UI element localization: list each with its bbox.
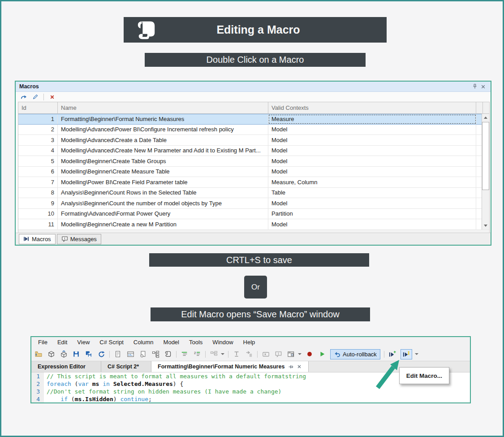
code-text: // This script is meant to format all me… <box>44 372 306 380</box>
cell-contexts: Model <box>268 167 476 177</box>
delete-x-icon[interactable] <box>48 93 56 100</box>
menu-item-column[interactable]: Column <box>129 339 159 346</box>
diagram-icon[interactable] <box>126 350 135 358</box>
open-model-icon[interactable] <box>59 350 68 358</box>
messages-icon <box>61 236 68 242</box>
edit-macro-tooltip: Edit Macro... <box>399 367 449 384</box>
line-number: 2 <box>31 380 44 388</box>
cell-id: 4 <box>18 146 58 156</box>
menu-item-tools[interactable]: Tools <box>184 339 207 346</box>
table-row[interactable]: 1Formatting\Beginner\Format Numeric Meas… <box>18 114 489 125</box>
tab-format-numeric-measures[interactable]: Formatting\Beginner\Format Numeric Measu… <box>151 361 309 372</box>
scroll-down-button[interactable] <box>482 222 489 229</box>
table-row[interactable]: 3Modelling\Advanced\Create a Date TableM… <box>18 135 489 146</box>
cell-id: 10 <box>18 209 58 219</box>
line-number: 3 <box>31 388 44 395</box>
menu-item-help[interactable]: Help <box>238 339 260 346</box>
code-text: if (ms.IsHidden) continue; <box>44 395 152 402</box>
menu-item-model[interactable]: Model <box>159 339 184 346</box>
run-arrow-icon[interactable] <box>19 93 27 100</box>
refresh-icon[interactable] <box>97 350 106 358</box>
tab-messages-label: Messages <box>70 236 97 242</box>
scrollbar-thumb[interactable] <box>482 122 489 190</box>
tab-expression-editor[interactable]: Expression Editor <box>31 361 101 372</box>
table-row[interactable]: 5Modelling\Beginner\Create Table GroupsM… <box>18 156 489 167</box>
toolbar-separator <box>228 351 228 358</box>
table-row[interactable]: 4Modelling\Advanced\Create New M Paramet… <box>18 146 489 156</box>
menu-item-c-script[interactable]: C# Script <box>95 339 128 346</box>
window-layout-icon[interactable] <box>286 350 295 358</box>
cell-id: 11 <box>18 219 58 229</box>
save-icon[interactable] <box>72 350 81 358</box>
cell-id: 7 <box>18 177 58 187</box>
menu-item-file[interactable]: File <box>33 339 52 346</box>
code-text: foreach (var ms in Selected.Measures) { <box>44 380 183 388</box>
tab-messages[interactable]: Messages <box>57 234 101 244</box>
table-row[interactable]: 10Formating\Advanced\Format Power QueryP… <box>18 209 489 220</box>
cell-contexts: Model <box>268 198 476 208</box>
toolbar-separator <box>176 351 177 358</box>
format-dax-icon[interactable] <box>180 350 189 358</box>
vertical-scrollbar[interactable] <box>482 114 489 229</box>
comment-bubble-icon[interactable] <box>274 350 283 358</box>
dependency-tree-icon[interactable] <box>151 350 160 358</box>
save-all-icon[interactable] <box>84 350 93 358</box>
script-document-icon[interactable] <box>113 350 122 358</box>
output-box-icon[interactable] <box>261 350 270 358</box>
macro-scroll-icon[interactable] <box>164 350 172 358</box>
edit-pencil-icon[interactable] <box>31 93 39 100</box>
record-icon[interactable] <box>305 350 314 358</box>
cell-contexts: Table <box>268 188 476 198</box>
header-name[interactable]: Name <box>58 102 268 113</box>
cell-id: 3 <box>18 135 58 145</box>
dropdown-caret-icon[interactable] <box>221 353 224 355</box>
cell-contexts: Model <box>268 219 476 229</box>
dropdown-caret-icon[interactable] <box>298 353 302 355</box>
header-id[interactable]: Id <box>18 102 58 113</box>
cell-name: Formatting\Beginner\Format Numeric Measu… <box>58 114 268 124</box>
table-row[interactable]: 6Modelling\Beginner\Create Measure Table… <box>18 167 489 177</box>
goto-column-icon[interactable] <box>245 350 254 358</box>
pin-icon[interactable] <box>288 364 293 370</box>
cell-contexts: Measure, Column <box>268 177 476 187</box>
step-double-click-banner: Double Click on a Macro <box>145 53 366 67</box>
play-icon[interactable] <box>318 350 327 358</box>
pin-icon[interactable] <box>471 83 479 90</box>
cell-contexts: Model <box>268 156 476 166</box>
menu-item-window[interactable]: Window <box>207 339 238 346</box>
tab-csharp-script[interactable]: C# Script 2* <box>101 361 151 372</box>
table-row[interactable]: 2Modelling\Advanced\Power BI\Configure I… <box>18 125 489 135</box>
code-line: 4 if (ms.IsHidden) continue; <box>31 395 470 402</box>
toolbar-separator <box>109 351 110 358</box>
edit-macro-dropdown-caret[interactable] <box>415 353 418 355</box>
macros-panel-titlebar: Macros <box>16 82 491 92</box>
header-contexts[interactable]: Valid Contexts <box>268 102 476 113</box>
translation-icon[interactable] <box>232 350 241 358</box>
menu-item-edit[interactable]: Edit <box>52 339 72 346</box>
cell-contexts: Partition <box>268 209 476 219</box>
cell-name: Modelling\Advanced\Power BI\Configure In… <box>58 125 268 135</box>
table-row[interactable]: 11Modelling\Beginner\Create a new M Part… <box>18 219 489 230</box>
open-file-icon[interactable] <box>34 350 43 358</box>
perspective-tree-icon[interactable] <box>209 350 218 358</box>
scroll-up-button[interactable] <box>482 114 489 121</box>
tab-macros-label: Macros <box>32 236 51 242</box>
tab-macros[interactable]: Macros <box>19 234 56 244</box>
code-text: //Don't set format string on hidden meas… <box>44 388 281 395</box>
close-icon[interactable] <box>479 83 487 90</box>
menu-item-view[interactable]: View <box>72 339 95 346</box>
close-icon[interactable] <box>297 364 302 369</box>
toolbar-separator <box>257 351 258 358</box>
table-header: Id Name Valid Contexts <box>18 102 489 114</box>
cell-name: Modelling\Power BI\Create Field Paramete… <box>58 177 268 187</box>
table-row[interactable]: 7Modelling\Power BI\Create Field Paramet… <box>18 177 489 188</box>
line-number: 4 <box>31 395 44 402</box>
line-number: 1 <box>31 372 44 380</box>
table-row[interactable]: 8Analysis\Beginner\Count Rows in the Sel… <box>18 188 489 199</box>
table-row[interactable]: 9Analysis\Beginner\Count the number of m… <box>18 198 489 209</box>
header-blank <box>476 102 483 113</box>
model-cube-icon[interactable] <box>47 350 56 358</box>
format-dax-alt-icon[interactable]: 2 <box>193 350 202 358</box>
cell-name: Modelling\Advanced\Create New M Paramete… <box>58 146 268 156</box>
new-script-icon[interactable] <box>138 350 147 358</box>
